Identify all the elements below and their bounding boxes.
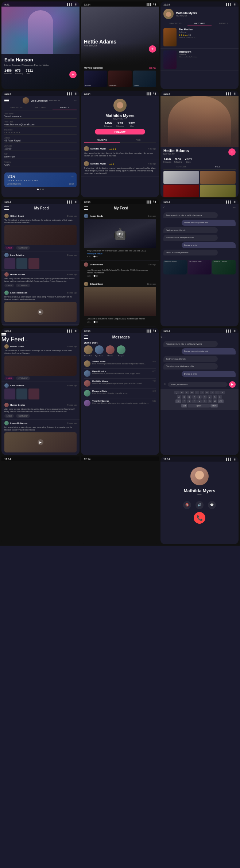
like-btn-hunter[interactable]: LIKED — [4, 284, 14, 287]
key-j[interactable]: J — [208, 395, 212, 399]
key-t[interactable]: T — [195, 391, 199, 394]
fab-button-2[interactable]: + — [149, 45, 156, 53]
play-icon-linnie[interactable]: ▶ — [38, 309, 43, 315]
chat-image-deepwater[interactable]: Deepwater Horizon — [163, 260, 187, 274]
key-p[interactable]: P — [220, 391, 225, 394]
key-e[interactable]: E — [185, 391, 189, 394]
feed2-comment-gilbert[interactable]: COMMENT — [16, 376, 30, 380]
feed1-more[interactable]: ··· — [74, 206, 77, 210]
send-button[interactable]: ▶ — [229, 381, 236, 388]
key-u[interactable]: U — [205, 391, 209, 394]
key-l[interactable]: L — [218, 395, 222, 399]
value-password[interactable]: •••••••••• — [4, 131, 77, 135]
key-x[interactable]: X — [187, 399, 191, 403]
value-city[interactable]: New York — [4, 155, 77, 159]
pic-creature[interactable] — [200, 171, 236, 184]
pic-stormtrooper[interactable] — [163, 171, 199, 184]
tab-pics[interactable]: PICS — [120, 138, 156, 143]
value-address[interactable]: 43 Auer Rapid — [4, 139, 77, 143]
hamburger-messages[interactable] — [84, 336, 88, 339]
tab-hettie2-reviews[interactable]: REVIEWS — [163, 164, 200, 169]
value-country[interactable]: USA — [4, 163, 77, 167]
key-123[interactable]: 123 — [181, 404, 187, 408]
comment-btn-hunter[interactable]: COMMENT — [16, 284, 30, 287]
movie-thumb-moonlight[interactable]: Moonlight — [84, 71, 107, 87]
key-space[interactable]: space — [188, 404, 210, 408]
hettie2-fab[interactable]: + — [228, 148, 236, 156]
movie-item-martian[interactable]: The Martian 2h 24min ★★★★★ 8.1 Adventure… — [160, 26, 239, 49]
dot-3[interactable] — [42, 189, 44, 190]
key-backspace[interactable]: ⌫ — [218, 399, 224, 403]
fab-button[interactable]: + — [69, 71, 77, 78]
msg-item-shawn[interactable]: Shawn Bush 9:24 Hello How are you! Nulla… — [84, 359, 156, 369]
msg-item-timothy[interactable]: Timothy George 5:12 Cras convallis non f… — [84, 398, 156, 408]
dot-1[interactable] — [37, 189, 39, 190]
chat2-back[interactable]: ‹ — [160, 335, 162, 339]
call-end-button[interactable]: 📞 — [194, 512, 205, 524]
feed2-comment-hunter[interactable]: COMMENT — [16, 414, 30, 418]
tab-reviews[interactable]: REVIEWS — [84, 138, 120, 143]
key-i[interactable]: I — [210, 391, 214, 394]
movie-item-maleficent[interactable]: Maleficent 1h 40min Adventure, Family, F… — [160, 49, 239, 71]
chat2-input-field[interactable]: Nunc, lectus eros — [168, 382, 228, 387]
key-r[interactable]: R — [190, 391, 194, 394]
key-m[interactable]: M — [213, 399, 217, 403]
avatar-item-mathilda[interactable]: Mathilda — [106, 345, 115, 357]
avatar-item-ryan[interactable]: Ryan Brooks — [95, 345, 104, 357]
tab-vera-watched[interactable]: WATCHED — [28, 105, 53, 110]
play-button-nancy[interactable]: ▶ — [116, 230, 124, 237]
key-w[interactable]: W — [179, 391, 184, 394]
feed2-more[interactable]: ··· — [26, 339, 28, 342]
msg-item-mathilda-conv[interactable]: Mathilda Myers 7:15 Aenean est urna pell… — [84, 379, 156, 388]
hamburger-bigfeed[interactable] — [84, 206, 88, 210]
three-dot-menu[interactable]: ··· — [74, 99, 77, 102]
emoji-icon[interactable]: ☺ — [163, 383, 166, 386]
key-a[interactable]: A — [177, 395, 181, 399]
chat2-more[interactable]: ··· — [163, 336, 166, 339]
key-o[interactable]: O — [215, 391, 220, 394]
tab-profile[interactable]: PROFILE — [212, 21, 236, 26]
value-zip[interactable]: 12550 — [4, 147, 77, 151]
tab-vera-favorites[interactable]: FAVORITES — [4, 105, 28, 110]
pic-robot[interactable] — [200, 185, 236, 197]
dot-2[interactable] — [40, 189, 41, 190]
messages-more[interactable]: ··· — [154, 336, 156, 339]
follow-button[interactable]: FOLLOW — [95, 129, 146, 134]
value-email[interactable]: vera.lawrence@gmail.com — [4, 123, 77, 127]
hamburger-feed1[interactable] — [4, 206, 9, 210]
key-n[interactable]: N — [208, 399, 212, 403]
key-v[interactable]: V — [197, 399, 202, 403]
hamburger-feed2[interactable] — [1, 333, 80, 336]
key-h[interactable]: H — [202, 395, 207, 399]
visa-more[interactable]: ··· — [71, 175, 74, 178]
chat-image-shape-water[interactable]: The Shape of Water — [188, 260, 211, 274]
feed2-like-gilbert[interactable]: LIKED — [4, 376, 14, 380]
see-all-btn[interactable]: SEE ALL — [149, 67, 156, 69]
tab-hettie2-pics[interactable]: PICS — [200, 164, 236, 169]
tab-vera-profile[interactable]: PROFILE — [53, 105, 77, 110]
tab-watched[interactable]: WATCHED — [187, 21, 212, 26]
key-f[interactable]: F — [192, 395, 197, 399]
key-z[interactable]: Z — [182, 399, 186, 403]
key-s[interactable]: S — [182, 395, 186, 399]
value-name[interactable]: Vera Lawrence — [4, 115, 77, 119]
bigfeed-more[interactable]: ··· — [154, 206, 156, 210]
chat-image-un-beau[interactable]: Un Beau S... Interieur — [212, 260, 236, 274]
call-speaker[interactable]: 🔊 — [196, 501, 204, 509]
comment-btn-gilbert[interactable]: COMMENT — [16, 246, 30, 250]
msg-item-ryan[interactable]: Ryan Brooks 8:53 Praesent dictus, ex ali… — [84, 369, 156, 379]
feed2-like-hunter[interactable]: LIKED — [4, 414, 14, 418]
avatar-item-margaret[interactable]: Margaret — [117, 345, 125, 357]
key-c[interactable]: C — [192, 399, 197, 403]
key-q[interactable]: Q — [174, 391, 179, 394]
pic-deadpool[interactable] — [163, 185, 199, 197]
movie-thumb-laland[interactable]: La La Land — [108, 71, 131, 87]
call-message[interactable]: 💬 — [208, 501, 216, 509]
key-shift[interactable]: ⇧ — [175, 399, 181, 403]
movie-thumb-dunkirk[interactable]: Dunkirk — [133, 71, 156, 87]
avatar-item-shawn[interactable]: Shawn Bush — [84, 345, 93, 357]
like-btn-gilbert[interactable]: LIKED — [4, 246, 14, 250]
chat1-more[interactable]: ··· — [233, 206, 236, 209]
key-b[interactable]: B — [202, 399, 207, 403]
call-mute[interactable]: 🔇 — [183, 501, 191, 509]
